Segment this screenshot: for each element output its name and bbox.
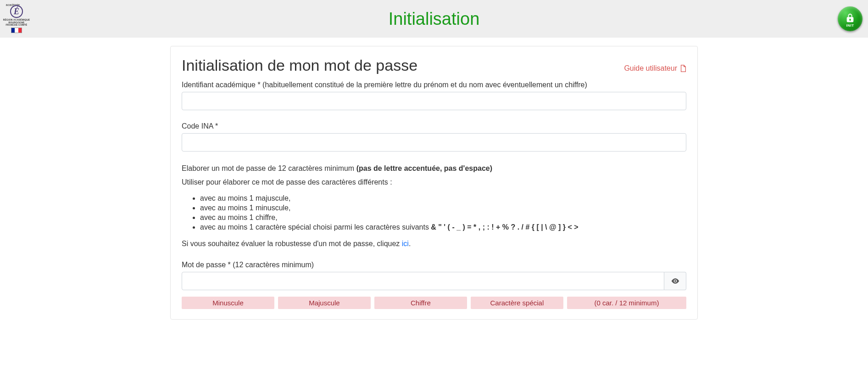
code-ina-label: Code INA * — [182, 122, 686, 130]
meter-chip-majuscule: Majuscule — [278, 297, 371, 309]
identifiant-input[interactable] — [182, 92, 686, 110]
pdf-icon — [680, 65, 686, 72]
password-label: Mot de passe * (12 caractères minimum) — [182, 261, 686, 269]
toggle-password-visibility-button[interactable] — [664, 272, 686, 290]
robustness-line: Si vous souhaitez évaluer la robustesse … — [182, 238, 686, 250]
identifiant-label: Identifiant académique * (habituellement… — [182, 81, 686, 89]
meter-chip-minuscule: Minuscule — [182, 297, 274, 309]
meter-chip-count: (0 car. / 12 minimum) — [567, 297, 686, 309]
logo-e-icon: É — [10, 5, 23, 18]
header-bar: académie É RÉGION ACADÉMIQUE BOURGOGNE F… — [0, 0, 868, 38]
instruction-line-2: Utiliser pour élaborer ce mot de passe d… — [182, 176, 686, 188]
guide-link-label: Guide utilisateur — [624, 64, 677, 73]
lock-icon — [845, 13, 855, 23]
password-strength-meter: Minuscule Majuscule Chiffre Caractère sp… — [182, 297, 686, 309]
meter-chip-special: Caractère spécial — [471, 297, 563, 309]
init-badge-label: INIT — [846, 23, 854, 28]
password-input[interactable] — [182, 272, 664, 290]
eye-icon — [671, 276, 680, 286]
instruction-line-1: Elaborer un mot de passe de 12 caractère… — [182, 163, 686, 174]
page-title: Initialisation — [389, 9, 480, 29]
list-item: avec au moins 1 majuscule, — [200, 194, 686, 202]
logo-region-line3: FRANCHE-COMTÉ — [3, 24, 30, 27]
main-panel: Initialisation de mon mot de passe Guide… — [170, 46, 698, 320]
password-rules-list: avec au moins 1 majuscule, avec au moins… — [200, 194, 686, 231]
guide-link[interactable]: Guide utilisateur — [624, 64, 686, 73]
list-item: avec au moins 1 chiffre, — [200, 214, 686, 222]
init-badge-icon: INIT — [838, 6, 862, 31]
panel-title: Initialisation de mon mot de passe — [182, 56, 417, 74]
robustness-link[interactable]: ici — [402, 240, 409, 247]
code-ina-input[interactable] — [182, 133, 686, 152]
french-flag-icon — [11, 28, 22, 33]
academie-logo: académie É RÉGION ACADÉMIQUE BOURGOGNE F… — [3, 2, 30, 33]
list-item: avec au moins 1 minuscule, — [200, 204, 686, 212]
list-item: avec au moins 1 caractère spécial choisi… — [200, 223, 686, 231]
meter-chip-chiffre: Chiffre — [374, 297, 467, 309]
